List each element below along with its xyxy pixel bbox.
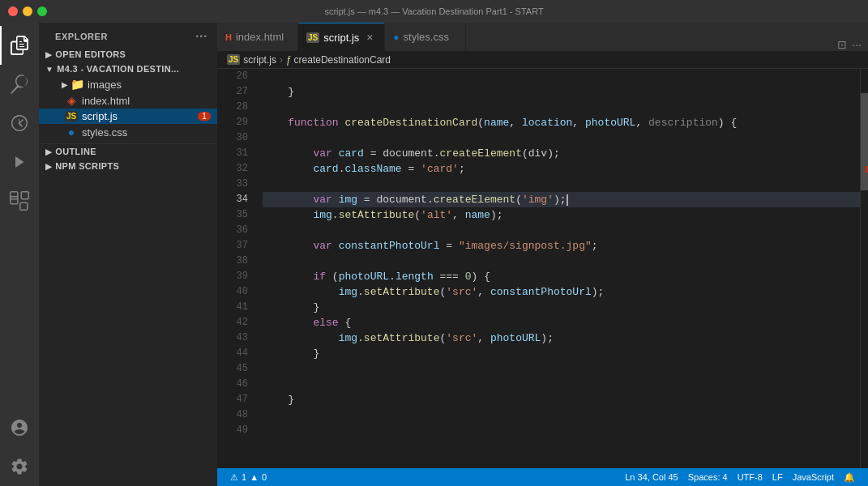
tab-script-js[interactable]: JS script.js ×	[298, 23, 385, 51]
activity-bar	[0, 23, 39, 486]
line-35: 35	[217, 207, 248, 223]
status-position[interactable]: Ln 34, Col 45	[620, 472, 682, 482]
line-42: 42	[217, 315, 248, 330]
status-language[interactable]: JavaScript	[788, 472, 839, 482]
line-27: 27	[217, 84, 248, 100]
code-line-35: img.setAttribute('alt', name);	[263, 207, 860, 223]
breadcrumb: JS script.js › ƒ createDestinationCard	[217, 51, 868, 69]
warning-count: 0	[262, 472, 267, 482]
code-line-47: }	[263, 392, 860, 407]
breadcrumb-symbol[interactable]: createDestinationCard	[294, 54, 391, 66]
maximize-button[interactable]	[37, 6, 47, 16]
sidebar-header: EXPLORER ···	[39, 23, 217, 47]
activity-account[interactable]	[0, 408, 39, 447]
script-js-label: script.js	[82, 110, 198, 122]
status-bell[interactable]: 🔔	[839, 472, 860, 483]
project-section[interactable]: ▼ M4.3 - VACATION DESTIN...	[39, 62, 217, 76]
code-line-29: function createDestinationCard(name, loc…	[263, 115, 860, 130]
line-43: 43	[217, 330, 248, 346]
status-errors[interactable]: ⚠ 1 ▲ 0	[225, 472, 272, 483]
line-26: 26	[217, 69, 248, 84]
npm-section[interactable]: ▶ NPM SCRIPTS	[39, 159, 217, 173]
line-31: 31	[217, 146, 248, 161]
code-line-40: img.setAttribute('src', constantPhotoUrl…	[263, 284, 860, 300]
close-button[interactable]	[8, 6, 18, 16]
line-46: 46	[217, 377, 248, 392]
code-line-37: var constantPhotoUrl = "images/signpost.…	[263, 238, 860, 254]
line-ending-label: LF	[772, 472, 783, 482]
activity-run[interactable]	[0, 143, 39, 181]
tab-styles-css[interactable]: ● styles.css	[385, 23, 466, 51]
sidebar-more-button[interactable]: ···	[195, 29, 207, 44]
code-line-34: var img = document.createElement('img');	[263, 192, 860, 207]
activity-files[interactable]	[0, 26, 39, 65]
css-tab-icon: ●	[393, 32, 399, 43]
index-html-label: index.html	[82, 95, 211, 107]
status-bar: ⚠ 1 ▲ 0 Ln 34, Col 45 Spaces: 4 UTF-8 LF…	[217, 468, 868, 486]
tab-index-html-label: index.html	[236, 31, 289, 43]
error-icon: ⚠	[230, 472, 238, 483]
styles-css-label: styles.css	[82, 126, 211, 139]
line-33: 33	[217, 177, 248, 192]
css-icon: ●	[65, 126, 78, 139]
npm-chevron: ▶	[45, 162, 52, 171]
activity-search[interactable]	[0, 65, 39, 104]
outline-section[interactable]: ▶ OUTLINE	[39, 143, 217, 159]
status-line-ending[interactable]: LF	[768, 472, 788, 482]
images-label: images	[88, 79, 122, 91]
images-chevron: ▶	[62, 80, 68, 89]
minimize-button[interactable]	[23, 6, 32, 16]
language-label: JavaScript	[793, 472, 834, 482]
more-actions-icon[interactable]: ···	[852, 38, 862, 51]
npm-label: NPM SCRIPTS	[55, 161, 119, 171]
line-36: 36	[217, 223, 248, 238]
main-layout: EXPLORER ··· ▶ OPEN EDITORS ▼ M4.3 - VAC…	[0, 23, 868, 486]
tab-actions: ⊡ ···	[831, 38, 868, 51]
line-38: 38	[217, 254, 248, 269]
status-encoding[interactable]: UTF-8	[733, 472, 768, 482]
status-spaces[interactable]: Spaces: 4	[683, 472, 733, 482]
activity-source-control[interactable]	[0, 104, 39, 143]
sidebar-item-script-js[interactable]: JS script.js 1	[39, 109, 217, 124]
split-editor-icon[interactable]: ⊡	[837, 38, 847, 51]
window-title: script.js — m4.3 — Vacation Destination …	[324, 6, 543, 16]
code-line-49	[263, 423, 860, 438]
traffic-lights	[8, 6, 47, 16]
line-41: 41	[217, 300, 248, 315]
js-icon: JS	[65, 111, 78, 122]
encoding-label: UTF-8	[738, 472, 763, 482]
code-line-26	[263, 69, 860, 84]
tab-script-js-close[interactable]: ×	[363, 31, 376, 44]
code-content[interactable]: } function createDestinationCard(name, l…	[254, 69, 860, 468]
minimap-thumb[interactable]	[861, 93, 868, 190]
code-line-43: img.setAttribute('src', photoURL);	[263, 330, 860, 346]
error-count: 1	[242, 472, 246, 482]
sidebar-item-styles-css[interactable]: ● styles.css	[39, 124, 217, 140]
open-editors-section[interactable]: ▶ OPEN EDITORS	[39, 47, 217, 62]
breadcrumb-function-icon: ƒ	[286, 54, 292, 66]
tab-index-html[interactable]: H index.html	[217, 23, 298, 51]
bell-icon: 🔔	[844, 472, 855, 483]
sidebar: EXPLORER ··· ▶ OPEN EDITORS ▼ M4.3 - VAC…	[39, 23, 217, 486]
code-line-41: }	[263, 300, 860, 315]
activity-settings[interactable]	[0, 447, 39, 486]
minimap	[860, 69, 868, 468]
code-line-28	[263, 100, 860, 115]
code-line-31: var card = document.createElement(div);	[263, 146, 860, 161]
code-editor[interactable]: 26 27 28 29 30 31 32 33 34 35 36 37 38 3…	[217, 69, 860, 468]
breadcrumb-separator: ›	[280, 54, 283, 66]
code-line-39: if (photoURL.length === 0) {	[263, 269, 860, 284]
code-line-27: }	[263, 84, 860, 100]
sidebar-item-index-html[interactable]: ◈ index.html	[39, 92, 217, 109]
code-line-36	[263, 223, 860, 238]
tab-script-js-label: script.js	[323, 32, 359, 44]
code-line-44: }	[263, 346, 860, 361]
editor-area: H index.html JS script.js × ● styles.css…	[217, 23, 868, 486]
breadcrumb-file[interactable]: script.js	[243, 54, 276, 66]
line-col: Ln 34, Col 45	[625, 472, 678, 482]
sidebar-item-images[interactable]: ▶ 📁 images	[39, 76, 217, 92]
activity-extensions[interactable]	[0, 181, 39, 220]
project-label: M4.3 - VACATION DESTIN...	[57, 64, 179, 74]
line-47: 47	[217, 392, 248, 407]
folder-icon: 📁	[71, 78, 83, 91]
